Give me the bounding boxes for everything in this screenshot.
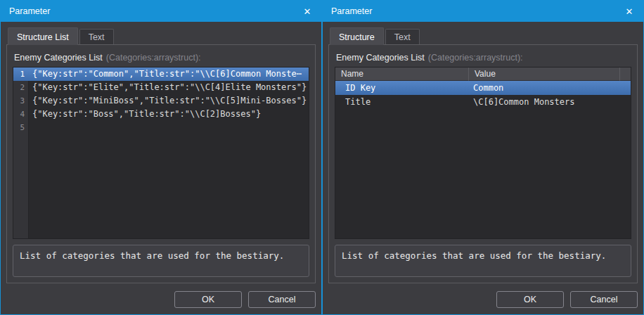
tab-structure[interactable]: Structure [330,27,384,45]
button-row: OK Cancel [6,290,316,309]
tab-pane: Enemy Categories List(Categories:arrayst… [328,44,638,283]
cell-name: ID Key [335,81,469,95]
json-line-text [28,121,32,134]
description-text: List of categories that are used for the… [20,250,284,261]
param-type: (Categories:arraystruct): [428,53,523,63]
dialog-body: Structure List Text Enemy Categories Lis… [1,22,321,314]
table-header-row: Name Value [335,68,631,81]
close-icon: ✕ [304,6,311,17]
tab-text[interactable]: Text [385,29,420,44]
json-list-editor[interactable]: 1 {"Key:str":"Common","Title:str":"\\C[6… [13,67,309,239]
window-title: Parameter [331,6,615,16]
line-number: 1 [13,68,28,81]
cancel-button[interactable]: Cancel [248,291,316,308]
ok-button[interactable]: OK [174,291,242,308]
struct-table[interactable]: Name Value ID Key Common Title \C[6]Comm… [335,67,631,239]
tab-bar: Structure Text [328,26,638,44]
list-line[interactable]: 3 {"Key:str":"MiniBoss","Title:str":"\\C… [13,94,309,108]
window-title: Parameter [9,6,293,16]
table-row[interactable]: ID Key Common [335,81,631,95]
description-box: List of categories that are used for the… [13,245,309,277]
param-name: Enemy Categories List [14,53,103,63]
param-label-row: Enemy Categories List(Categories:arrayst… [335,51,631,67]
parameter-dialog-left: Parameter ✕ Structure List Text Enemy Ca… [0,0,322,315]
ok-button[interactable]: OK [496,291,564,308]
list-line[interactable]: 1 {"Key:str":"Common","Title:str":"\\C[6… [13,68,309,81]
tab-pane: Enemy Categories List(Categories:arrayst… [6,44,316,283]
json-line-text: {"Key:str":"Common","Title:str":"\\C[6]C… [28,68,302,81]
json-line-text: {"Key:str":"Boss","Title:str":"\\C[2]Bos… [28,108,261,121]
cell-value: \C[6]Common Monsters [469,95,631,109]
cancel-button[interactable]: Cancel [570,291,638,308]
close-button[interactable]: ✕ [615,1,643,22]
titlebar[interactable]: Parameter ✕ [1,1,321,22]
line-number: 3 [13,94,28,108]
table-row[interactable]: Title \C[6]Common Monsters [335,95,631,109]
list-line[interactable]: 4 {"Key:str":"Boss","Title:str":"\\C[2]B… [13,108,309,121]
param-label-row: Enemy Categories List(Categories:arrayst… [13,51,309,67]
param-type: (Categories:arraystruct): [106,53,201,63]
list-line[interactable]: 5 [13,121,309,134]
parameter-dialog-right: Parameter ✕ Structure Text Enemy Categor… [322,0,644,315]
titlebar[interactable]: Parameter ✕ [323,1,643,22]
table-header-value: Value [469,68,620,81]
tab-bar: Structure List Text [6,26,316,44]
dialog-body: Structure Text Enemy Categories List(Cat… [323,22,643,314]
close-icon: ✕ [626,6,633,17]
param-name: Enemy Categories List [336,53,425,63]
table-header-name: Name [335,68,469,81]
json-line-text: {"Key:str":"Elite","Title:str":"\\C[4]El… [28,81,307,94]
close-button[interactable]: ✕ [293,1,321,22]
cell-value: Common [469,81,631,95]
description-box: List of categories that are used for the… [335,245,631,277]
list-line[interactable]: 2 {"Key:str":"Elite","Title:str":"\\C[4]… [13,81,309,94]
description-text: List of categories that are used for the… [342,250,606,261]
tab-structure-list[interactable]: Structure List [8,27,78,45]
tab-text[interactable]: Text [79,29,114,44]
button-row: OK Cancel [328,290,638,309]
json-line-text: {"Key:str":"MiniBoss","Title:str":"\\C[5… [28,94,307,108]
table-header-stub [620,68,631,81]
line-number: 5 [13,121,28,134]
cell-name: Title [335,95,469,109]
line-number: 2 [13,81,28,94]
line-number: 4 [13,108,28,121]
